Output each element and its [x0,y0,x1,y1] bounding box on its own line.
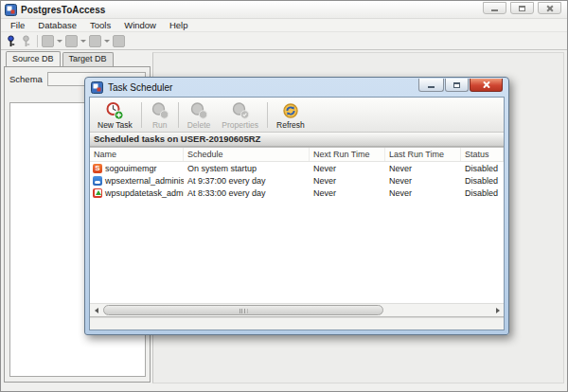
chevron-down-icon [104,40,110,43]
arrow-left-icon [95,308,98,313]
convert-button[interactable] [42,35,62,47]
stop-button[interactable] [113,35,125,47]
delete-button[interactable]: Delete [182,99,217,131]
run-icon [151,101,169,120]
tab-source-db[interactable]: Source DB [6,51,61,66]
menu-help[interactable]: Help [163,19,195,32]
new-task-clock-icon [105,101,124,120]
wps-update-icon [93,188,102,198]
column-header-schedule[interactable]: Schedule [184,148,310,161]
stop-icon [113,35,125,47]
dialog-titlebar[interactable]: Task Scheduler [85,78,508,97]
menu-tools[interactable]: Tools [83,19,117,32]
convert-icon [42,35,54,47]
properties-label: Properties [222,120,258,130]
dialog-title: Task Scheduler [108,82,172,93]
close-icon [482,80,490,89]
scrollbar-track[interactable] [102,304,491,316]
new-task-button[interactable]: New Task [92,99,138,131]
scroll-right-button[interactable] [491,304,504,316]
task-name: sogouimemgr [105,164,157,173]
new-task-label: New Task [98,120,133,130]
table-row[interactable]: wpsexternal_administr... At 9:37:00 ever… [90,174,504,187]
task-status: Disabled [461,188,504,198]
query-button[interactable] [65,35,86,47]
arrow-right-icon [496,308,500,313]
scroll-left-button[interactable] [90,304,102,316]
connect-key-icon [5,35,17,47]
task-name: wpsexternal_administr... [105,176,184,186]
task-status: Disabled [461,176,504,186]
column-header-status[interactable]: Status [461,148,504,161]
column-header-next-run[interactable]: Next Run Time [310,148,385,161]
delete-icon [189,101,208,120]
table-row[interactable]: S sogouimemgr On system startup Never Ne… [90,162,504,174]
sogou-icon: S [93,164,102,173]
menu-file[interactable]: File [4,19,31,32]
refresh-button[interactable]: Refresh [271,99,311,131]
task-next-run: Never [310,188,385,198]
connect-button[interactable] [5,35,17,47]
dialog-maximize-button[interactable] [445,79,469,92]
column-header-last-run[interactable]: Last Run Time [385,148,461,161]
menubar: File Database Tools Window Help [1,19,567,32]
main-window: PostgresToAccess File Database Tools Win… [0,0,568,392]
table-header-row: Name Schedule Next Run Time Last Run Tim… [90,148,504,162]
chevron-down-icon [57,40,62,43]
delete-label: Delete [187,120,211,130]
maximize-icon [519,6,525,11]
menu-database[interactable]: Database [31,19,83,32]
horizontal-scrollbar[interactable] [90,303,504,316]
task-next-run: Never [310,164,385,173]
window-title: PostgresToAccess [21,5,105,15]
wps-icon [93,176,102,186]
minimize-button[interactable] [483,2,506,14]
dialog-minimize-button[interactable] [418,79,444,92]
dialog-body: New Task Run Delete [89,97,505,330]
run-button[interactable]: Run [145,99,175,131]
disconnect-key-icon [20,35,32,47]
task-next-run: Never [310,176,385,186]
dialog-window-controls [418,79,503,92]
task-last-run: Never [385,188,461,198]
chevron-down-icon [80,40,86,43]
db-tabs: Source DB Target DB [4,52,151,66]
toolbar-separator [267,102,268,128]
toolbar-separator [37,35,38,47]
refresh-icon [281,101,300,120]
maximize-button[interactable] [510,2,534,14]
properties-icon [231,101,250,120]
toolbar-separator [141,102,142,128]
disconnect-button[interactable] [20,35,32,47]
close-button[interactable] [538,2,561,14]
task-name: wpsupdatetask_admini... [105,188,184,198]
task-status: Disabled [461,164,504,173]
dialog-close-button[interactable] [470,79,503,92]
task-schedule: At 8:33:00 every day [184,188,310,198]
menu-window[interactable]: Window [117,19,163,32]
batch-button[interactable] [89,35,110,47]
tasks-listview: Name Schedule Next Run Time Last Run Tim… [90,147,504,317]
minimize-icon [428,86,435,88]
batch-icon [89,35,101,47]
schema-label: Schema [9,74,43,84]
table-row[interactable]: wpsupdatetask_admini... At 8:33:00 every… [90,187,504,199]
tab-target-db[interactable]: Target DB [62,52,114,66]
toolbar-separator [178,102,179,128]
column-header-name[interactable]: Name [90,148,184,161]
minimize-icon [491,9,498,11]
query-icon [65,35,78,47]
scrollbar-grip-icon [239,309,247,313]
properties-button[interactable]: Properties [216,99,264,131]
dialog-toolbar: New Task Run Delete [90,98,504,133]
scrollbar-thumb[interactable] [103,305,383,315]
close-icon [546,5,554,12]
window-controls [483,2,561,14]
main-toolbar [1,32,567,50]
dialog-statusbar [90,317,504,330]
scheduled-tasks-header: Scheduled tasks on USER-20190605RZ [90,133,504,147]
task-schedule: At 9:37:00 every day [184,176,310,186]
task-scheduler-icon [91,81,103,94]
maximize-icon [453,82,460,88]
refresh-label: Refresh [276,120,305,130]
